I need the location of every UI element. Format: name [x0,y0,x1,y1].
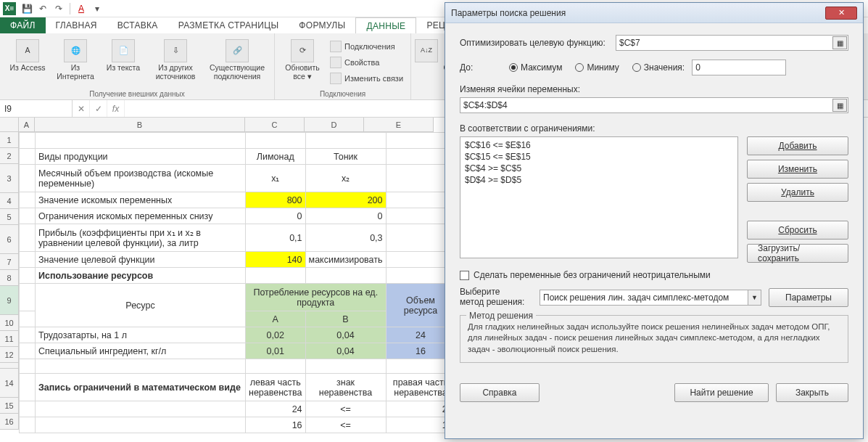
refresh-all-button[interactable]: ⟳Обновить все ▾ [279,36,326,86]
from-text-button[interactable]: 📄Из текста [100,36,146,83]
objective-input[interactable]: $C$7▦ [616,35,848,51]
tab-file[interactable]: ФАЙЛ [0,17,46,33]
change-constraint-button[interactable]: Изменить [747,160,848,179]
col-header-e[interactable]: E [364,118,434,132]
cell: максимизировать [305,252,386,268]
cell: Лимонад [246,149,306,165]
dialog-title: Параметры поиска решения [451,8,566,18]
reset-button[interactable]: Сбросить [747,221,848,240]
tab-home[interactable]: ГЛАВНАЯ [46,17,107,33]
constraint-item[interactable]: $C$4 >= $C$5 [465,163,733,173]
col-header-c[interactable]: C [245,118,305,132]
solve-button[interactable]: Найти решение [674,383,769,402]
save-icon[interactable]: 💾 [19,1,35,16]
params-button[interactable]: Параметры [769,288,848,307]
tab-formulas[interactable]: ФОРМУЛЫ [289,17,355,33]
dialog-title-bar[interactable]: Параметры поиска решения ✕ [445,3,863,23]
font-color-icon[interactable]: A [73,1,89,16]
cell: Тоник [305,149,386,165]
constraint-item[interactable]: $C$16 <= $E$16 [465,140,733,150]
tab-data[interactable]: ДАННЫЕ [355,17,416,33]
qat-more-icon[interactable]: ▾ [89,1,105,16]
row-header[interactable]: 15 [0,398,19,414]
constraint-item[interactable]: $C$15 <= $E$15 [465,152,733,162]
range-picker-icon[interactable]: ▦ [832,36,847,49]
close-dialog-button[interactable]: Закрыть [776,383,848,402]
range-picker-icon[interactable]: ▦ [832,99,847,112]
row-header[interactable]: 2 [0,148,19,164]
method-select[interactable]: Поиск решения лин. задач симплекс-методо… [540,290,761,306]
row-header[interactable]: 9 [0,286,19,315]
row-header[interactable]: 4 [0,193,19,209]
row-header[interactable] [0,363,19,369]
cell: 140 [246,252,306,268]
ribbon-group-label: Получение внешних данных [4,90,270,99]
cell: 0,3 [305,224,386,252]
row-header[interactable]: 6 [0,225,19,254]
constraint-item[interactable]: $D$4 >= $D$5 [465,175,733,185]
edit-links-button[interactable]: Изменить связи [327,71,406,86]
undo-icon[interactable]: ↶ [35,1,51,16]
cancel-formula-icon[interactable]: ✕ [73,100,90,117]
tab-insert[interactable]: ВСТАВКА [107,17,168,33]
fx-icon[interactable]: fx [107,100,125,117]
to-label: До: [460,62,495,73]
sort-az-button[interactable]: A↓Z [416,36,437,75]
radio-max[interactable]: Максимум [509,62,562,73]
redo-icon[interactable]: ↷ [51,1,67,16]
name-box[interactable]: I9 [0,100,73,117]
col-header-a[interactable]: A [19,118,35,132]
radio-min[interactable]: Миниму [575,62,619,73]
help-button[interactable]: Справка [460,383,540,402]
sheet-table[interactable]: Виды продукцииЛимонадТоник Месячный объе… [19,132,456,433]
cell: Виды продукции [36,149,246,165]
radio-icon [632,63,641,72]
variables-input[interactable]: $C$4:$D$4▦ [460,97,848,113]
existing-connections-button[interactable]: 🔗Существующие подключения [204,36,270,83]
from-access-button[interactable]: AИз Access [4,36,51,83]
cell: x₁ [246,165,306,192]
load-save-button[interactable]: Загрузить/сохранить [747,244,848,263]
cell: Прибыль (коэффициенты при x₁ и x₂ в урав… [36,224,246,252]
cell: 200 [305,192,386,208]
accept-formula-icon[interactable]: ✓ [90,100,107,117]
row-header[interactable]: 16 [0,414,19,430]
cell: знак неравенства [305,374,386,401]
text-icon: 📄 [112,39,135,62]
nonneg-checkbox[interactable] [460,271,469,280]
cell: B [305,311,386,327]
edit-links-icon [330,73,342,84]
cell: Трудозатарты, на 1 л [36,327,246,343]
col-header-d[interactable]: D [305,118,364,132]
web-icon: 🌐 [64,39,87,62]
row-header[interactable]: 14 [0,369,19,398]
cell: Специальный ингредиент, кг/л [36,343,246,359]
row-header[interactable]: 3 [0,164,19,193]
fieldset-legend: Метод решения [466,310,536,322]
row-header[interactable]: 5 [0,209,19,225]
from-web-button[interactable]: 🌐Из Интернета [52,36,99,83]
add-constraint-button[interactable]: Добавить [747,136,848,155]
col-header-b[interactable]: B [35,118,245,132]
select-all-corner[interactable] [0,118,19,132]
divider [70,3,70,15]
row-header[interactable]: 11 [0,331,19,347]
ribbon-group-connections: ⟳Обновить все ▾ Подключения Свойства Изм… [275,33,411,99]
properties-button[interactable]: Свойства [327,55,406,70]
row-header[interactable]: 8 [0,270,19,286]
cell: <= [305,401,386,417]
tab-page-layout[interactable]: РАЗМЕТКА СТРАНИЦЫ [168,17,289,33]
nonneg-label: Сделать переменные без ограничений неотр… [474,270,711,280]
row-header[interactable]: 1 [0,132,19,148]
delete-constraint-button[interactable]: Удалить [747,183,848,202]
constraints-list[interactable]: $C$16 <= $E$16 $C$15 <= $E$15 $C$4 >= $C… [460,136,738,258]
cell: 16 [246,417,306,433]
existing-conn-icon: 🔗 [226,39,249,62]
close-button[interactable]: ✕ [825,7,857,20]
radio-value[interactable]: Значения: [632,62,685,73]
row-header[interactable]: 10 [0,315,19,331]
from-other-button[interactable]: ⇩Из других источников [148,36,203,83]
value-of-input[interactable]: 0 [692,60,786,75]
row-header[interactable]: 7 [0,254,19,270]
connections-button[interactable]: Подключения [327,39,406,54]
